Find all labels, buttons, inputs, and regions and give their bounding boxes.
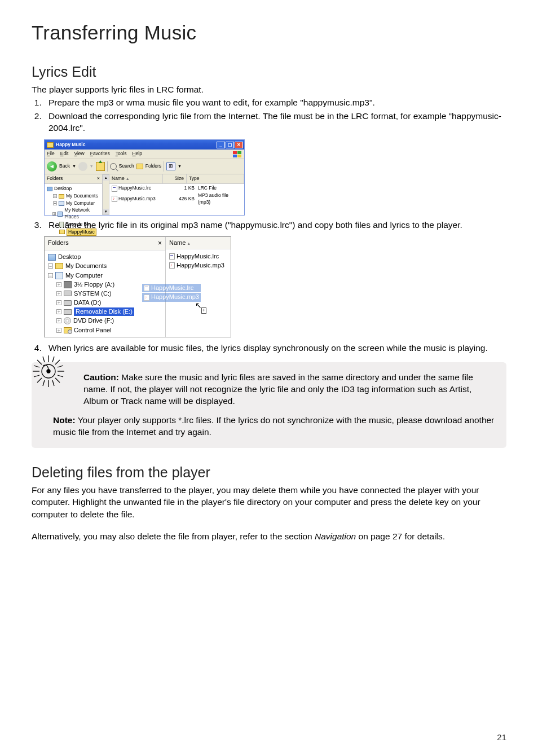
window-title: Happy Music bbox=[56, 142, 85, 148]
menu-tools[interactable]: Tools bbox=[116, 151, 127, 157]
minimize-button[interactable]: _ bbox=[217, 142, 225, 148]
collapse-icon[interactable]: − bbox=[48, 263, 53, 269]
column-type[interactable]: Type bbox=[187, 174, 244, 184]
tree-removable-e[interactable]: Removable Disk (E:) bbox=[74, 307, 134, 316]
tree-desktop[interactable]: Desktop bbox=[54, 186, 72, 192]
tree-system-c[interactable]: SYSTEM (C:) bbox=[74, 289, 112, 298]
desktop-icon bbox=[47, 187, 52, 191]
mp3-file-icon bbox=[144, 295, 149, 301]
step-2: Download the corresponding lyric file fr… bbox=[44, 110, 506, 134]
tree-recycle[interactable]: Recycle Bin bbox=[65, 221, 91, 228]
forward-button[interactable] bbox=[78, 162, 87, 171]
tree-mycomputer[interactable]: My Computer bbox=[65, 271, 103, 280]
tree-network[interactable]: My Network Places bbox=[64, 207, 100, 220]
lyrics-steps-cont: Rename the lyric file in its original mp… bbox=[32, 219, 506, 231]
explorer-panel-copy: Folders × Desktop −My Documents −My Comp… bbox=[44, 236, 231, 337]
tree-desktop[interactable]: Desktop bbox=[58, 253, 81, 261]
svg-line-15 bbox=[52, 357, 54, 362]
list-item[interactable]: HappyMusic.mp3 426 KB MP3 audio file (mp… bbox=[112, 192, 242, 205]
tree-control-panel[interactable]: Control Panel bbox=[74, 326, 112, 335]
scrollbar[interactable]: ▴▾ bbox=[103, 174, 109, 215]
computer-icon bbox=[55, 272, 63, 279]
step-4: When lyrics are available for music file… bbox=[44, 342, 506, 354]
menu-file[interactable]: File bbox=[47, 151, 55, 157]
back-label[interactable]: Back bbox=[59, 163, 70, 170]
list-item[interactable]: HappyMusic.lrc 1 KB LRC File bbox=[112, 185, 242, 192]
svg-line-11 bbox=[55, 378, 60, 383]
tree-mycomputer[interactable]: My Computer bbox=[66, 200, 95, 207]
up-button[interactable] bbox=[96, 162, 105, 171]
cursor-copy-icon: ↖+ bbox=[195, 300, 202, 311]
tree-mydocs[interactable]: My Documents bbox=[66, 193, 98, 200]
collapse-icon[interactable]: − bbox=[48, 273, 53, 278]
expand-icon[interactable]: + bbox=[56, 309, 61, 314]
drive-icon bbox=[64, 300, 72, 306]
folders-icon[interactable] bbox=[136, 164, 143, 169]
tree-happymusic[interactable]: HappyMusic bbox=[67, 228, 96, 236]
computer-icon bbox=[59, 201, 64, 206]
expand-icon[interactable]: + bbox=[56, 282, 61, 287]
expand-icon[interactable]: + bbox=[53, 194, 57, 198]
list-item[interactable]: HappyMusic.mp3 bbox=[169, 261, 227, 270]
mp3-file-icon bbox=[112, 196, 117, 202]
folder-icon bbox=[55, 263, 63, 269]
views-button[interactable]: ⊞ bbox=[166, 162, 175, 170]
lyrics-intro: The player supports lyric files in LRC f… bbox=[32, 83, 506, 95]
close-folders-pane[interactable]: × bbox=[97, 175, 100, 182]
windows-flag-icon bbox=[232, 151, 243, 159]
search-label[interactable]: Search bbox=[119, 163, 134, 170]
lrc-file-icon bbox=[169, 253, 175, 260]
tree-mydocs[interactable]: My Documents bbox=[65, 262, 107, 270]
folders-pane-title: Folders bbox=[47, 175, 63, 182]
close-folders-pane[interactable]: × bbox=[158, 239, 162, 248]
step-1: Prepare the mp3 or wma music file you wa… bbox=[44, 96, 506, 108]
tree-data-d[interactable]: DATA (D:) bbox=[74, 298, 101, 307]
file-list: Name▲ Size Type HappyMusic.lrc 1 KB LRC … bbox=[109, 174, 244, 215]
menu-edit[interactable]: Edit bbox=[60, 151, 69, 157]
expand-icon[interactable]: + bbox=[52, 212, 56, 216]
note-box: Caution: Make sure the music and lyric f… bbox=[32, 362, 506, 449]
tree-floppy[interactable]: 3½ Floppy (A:) bbox=[74, 280, 114, 289]
expand-icon[interactable]: + bbox=[56, 300, 61, 305]
caution-sun-icon bbox=[29, 352, 68, 390]
svg-line-17 bbox=[52, 380, 54, 386]
separator bbox=[164, 161, 164, 172]
expand-icon[interactable]: + bbox=[56, 291, 61, 296]
column-name[interactable]: Name bbox=[112, 175, 125, 181]
page-title: Transferring Music bbox=[32, 19, 506, 46]
menu-favorites[interactable]: Favorites bbox=[90, 151, 110, 157]
svg-line-16 bbox=[43, 380, 45, 386]
mp3-file-icon bbox=[169, 262, 175, 269]
search-icon[interactable] bbox=[110, 163, 117, 170]
removable-drive-icon bbox=[64, 309, 72, 315]
section-lyrics-edit: Lyrics Edit bbox=[32, 62, 506, 82]
desktop-icon bbox=[48, 254, 56, 261]
expand-icon[interactable]: + bbox=[56, 318, 61, 323]
expand-icon[interactable]: + bbox=[56, 328, 61, 333]
menu-help[interactable]: Help bbox=[132, 151, 142, 157]
close-button[interactable]: ✕ bbox=[235, 142, 243, 148]
expand-icon[interactable]: + bbox=[53, 201, 57, 205]
svg-rect-0 bbox=[233, 151, 237, 154]
maximize-button[interactable]: ▢ bbox=[226, 142, 234, 148]
back-button[interactable]: ◄ bbox=[47, 161, 57, 172]
note-text: Note: Your player only supports *.lrc fi… bbox=[53, 414, 495, 438]
toolbar: ◄ Back ▼ ▼ Search Folders ⊞ ▼ bbox=[45, 159, 244, 174]
floppy-icon bbox=[64, 281, 72, 288]
window-titlebar: Happy Music _ ▢ ✕ bbox=[45, 140, 244, 150]
svg-line-18 bbox=[34, 366, 39, 367]
tree-dvd-f[interactable]: DVD Drive (F:) bbox=[73, 317, 114, 325]
column-name[interactable]: Name bbox=[169, 239, 186, 246]
svg-rect-3 bbox=[237, 155, 241, 157]
folder-icon bbox=[59, 230, 65, 234]
column-size[interactable]: Size bbox=[163, 174, 187, 184]
network-icon bbox=[58, 212, 63, 217]
folders-label[interactable]: Folders bbox=[145, 163, 161, 170]
svg-line-14 bbox=[43, 357, 45, 362]
control-panel-icon bbox=[64, 327, 72, 333]
list-item[interactable]: HappyMusic.lrc bbox=[169, 252, 227, 261]
lrc-file-icon bbox=[112, 186, 117, 192]
svg-line-13 bbox=[55, 360, 60, 364]
menu-view[interactable]: View bbox=[74, 151, 84, 157]
step-3: Rename the lyric file in its original mp… bbox=[44, 219, 506, 231]
